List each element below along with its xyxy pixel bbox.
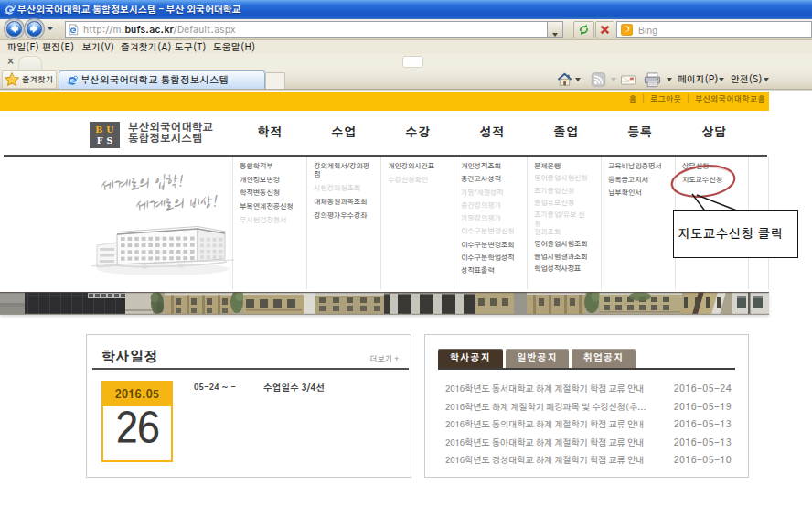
utility-bar: 홈|로그아웃|부산외국어대학교홈 — [0, 92, 769, 111]
safety-dropdown-icon[interactable] — [764, 78, 769, 81]
megamenu-item[interactable]: 중간고사성적 — [461, 176, 518, 184]
megamenu-item[interactable]: 통합학적부 — [240, 163, 296, 171]
campus-photo-strip — [0, 292, 769, 315]
megamenu-item[interactable]: 학적변동신청 — [240, 189, 296, 198]
nav-item-3[interactable]: 성적 — [456, 126, 528, 141]
print-icon[interactable] — [644, 72, 661, 88]
safety-menu[interactable]: 안전(S) — [731, 74, 763, 86]
stop-button[interactable] — [595, 21, 614, 38]
megamenu-item[interactable]: 시험강의실조회 — [314, 185, 370, 193]
nav-item-1[interactable]: 수업 — [308, 126, 379, 141]
schedule-divider — [92, 368, 409, 370]
menubar-item[interactable]: 편집(E) — [42, 42, 75, 54]
link-logout[interactable]: 로그아웃 — [650, 95, 681, 103]
notice-date: 2016-05-13 — [674, 419, 732, 431]
megamenu-item[interactable]: 강의계획서/강의평점 — [314, 163, 370, 180]
megamenu-item[interactable]: 졸업시험결과조회 — [534, 254, 591, 262]
browser-tab[interactable]: 부산외국어대학교 통합정보시스템 — [59, 70, 265, 89]
megamenu-item[interactable]: 조기졸업/유보 신청 결과조회 — [534, 211, 591, 237]
megamenu-item[interactable]: 대체동일과목조회 — [314, 199, 370, 207]
site-header: BUFS 부산외국어대학교통합정보시스템 학적 수업 수강 성적 졸업 등록 상… — [0, 111, 769, 155]
refresh-button[interactable] — [573, 21, 594, 38]
callout-text: 지도교수신청 클릭 — [678, 227, 784, 243]
notice-row[interactable]: 2016학년도 동아대학교 하계 계절학기 학점 교류 안내 2016-05-1… — [425, 435, 748, 453]
menubar-item[interactable]: 파일(F) — [7, 42, 39, 54]
bufs-logo[interactable]: BUFS — [90, 122, 120, 148]
nav-item-2[interactable]: 수강 — [382, 126, 454, 141]
notice-row[interactable]: 2016학년도 동서대학교 하계 계절학기 학점 교류 안내 2016-05-2… — [425, 381, 748, 399]
bing-icon — [621, 24, 633, 36]
page-menu[interactable]: 페이지(P) — [678, 74, 719, 86]
megamenu-item[interactable]: 개인성적조회 — [461, 163, 518, 171]
menubar-item[interactable]: 즐겨찾기(A) — [121, 42, 172, 54]
megamenu-item[interactable]: 졸업유보신청 — [534, 200, 591, 208]
megamenu-item[interactable]: 성적표출력 — [461, 267, 518, 275]
rss-dropdown-icon[interactable] — [611, 78, 616, 81]
callout-box: 지도교수신청 클릭 — [673, 210, 798, 258]
megamenu-item[interactable]: 강의평가우수강좌 — [314, 212, 370, 221]
notice-tabs-divider — [438, 368, 735, 370]
notice-row[interactable]: 2016학년도 경성대학교 하계 계절학기 학점 교류 안내 2016-05-1… — [425, 452, 748, 470]
link-home[interactable]: 홈 — [629, 95, 637, 103]
site-title[interactable]: 부산외국어대학교통합정보시스템 — [128, 123, 213, 145]
megamenu-item[interactable]: 기말/계절성적 — [461, 189, 518, 198]
link-university-home[interactable]: 부산외국어대학교홈 — [695, 95, 765, 103]
megamenu-item[interactable]: 개인강의시간표 — [388, 163, 444, 171]
search-input[interactable]: Bing — [616, 21, 812, 38]
megamenu-item[interactable]: 무시험검정원서 — [240, 217, 296, 225]
notice-title[interactable]: 2016학년도 동아대학교 하계 계절학기 학점 교류 안내 — [445, 437, 644, 448]
rss-icon[interactable] — [591, 72, 606, 87]
nav-item-5[interactable]: 등록 — [604, 126, 676, 141]
notice-tab-1[interactable]: 일반공지 — [506, 349, 569, 368]
megamenu-item[interactable]: 중간강의평가 — [461, 202, 518, 211]
megamenu-item[interactable]: 부복연계전공신청 — [240, 203, 296, 211]
recent-pages-dropdown-icon[interactable] — [48, 27, 53, 30]
megamenu-item[interactable]: 영어졸업시험신청 — [534, 175, 591, 183]
home-dropdown-icon[interactable] — [575, 78, 581, 81]
menubar-item[interactable]: 도움말(H) — [213, 42, 256, 54]
megamenu-item[interactable]: 교육비납입증명서 — [608, 163, 665, 171]
forward-button[interactable] — [27, 21, 42, 37]
close-toolbar-icon[interactable]: × — [7, 55, 14, 68]
page-dropdown-icon[interactable] — [719, 78, 724, 81]
mail-icon[interactable] — [621, 75, 636, 85]
megamenu-item[interactable]: 수강신청확인 — [388, 177, 444, 185]
nav-item-0[interactable]: 학적 — [234, 126, 305, 141]
megamenu-item[interactable]: 기말강의평가 — [461, 215, 518, 223]
notice-tab-0[interactable]: 학사공지 — [438, 349, 503, 368]
megamenu-item[interactable]: 개인정보변경 — [240, 177, 296, 185]
megamenu-item[interactable]: 이수구분변경신청 — [461, 228, 518, 236]
new-tab-button[interactable] — [265, 72, 285, 89]
megamenu-item[interactable]: 문제은행 — [534, 163, 591, 171]
notice-title[interactable]: 2016학년도 동의대학교 하계 계절학기 학점 교류 안내 — [445, 419, 644, 430]
megamenu-column: 개인성적조회 중간고사성적 기말/계절성적 중간강의평가 기말강의평가 이수구분… — [454, 163, 528, 281]
schedule-event-label: 수업일수 3/4선 — [263, 383, 325, 394]
notice-tab-2[interactable]: 취업공지 — [572, 349, 636, 368]
notice-row[interactable]: 2016학년도 하계 계절학기 폐강과목 및 수강신청(추... 2016-05… — [425, 399, 748, 417]
notice-date: 2016-05-24 — [674, 383, 732, 395]
schedule-more-link[interactable]: 더보기 + — [369, 354, 399, 364]
academic-schedule-panel: 학사일정 더보기 + 2016.05 26 05-24 ~ - 수업일수 3/4… — [86, 334, 411, 478]
print-dropdown-icon[interactable] — [667, 78, 672, 81]
ie-logo-icon — [4, 4, 16, 16]
back-button[interactable] — [6, 21, 22, 37]
megamenu-item[interactable]: 납부확인서 — [608, 189, 665, 198]
megamenu-item[interactable]: 이수구분학업성적 — [461, 254, 518, 263]
home-icon[interactable] — [556, 72, 573, 87]
menubar-item[interactable]: 도구(T) — [175, 42, 207, 54]
nav-item-4[interactable]: 졸업 — [530, 126, 602, 141]
address-input[interactable]: http://m.bufs.ac.kr/Default.aspx — [65, 21, 548, 38]
menubar-item[interactable]: 보기(V) — [82, 42, 114, 54]
nav-item-6[interactable]: 상담 — [678, 126, 750, 141]
megamenu-item[interactable]: 이수구분변경조회 — [461, 242, 518, 250]
notice-title[interactable]: 2016학년도 동서대학교 하계 계절학기 학점 교류 안내 — [445, 383, 644, 394]
megamenu-item[interactable]: 영어졸업시험조회 — [534, 241, 591, 249]
megamenu-item[interactable]: 등록금고지서 — [608, 177, 665, 185]
megamenu-item[interactable]: 학업성적사정표 — [534, 265, 591, 274]
notice-title[interactable]: 2016학년도 하계 계절학기 폐강과목 및 수강신청(추... — [445, 402, 646, 413]
notice-title[interactable]: 2016학년도 경성대학교 하계 계절학기 학점 교류 안내 — [445, 455, 644, 466]
address-dropdown-button[interactable] — [548, 21, 563, 38]
megamenu-item[interactable]: 조기졸업신청 — [534, 188, 591, 196]
notice-row[interactable]: 2016학년도 동의대학교 하계 계절학기 학점 교류 안내 2016-05-1… — [425, 416, 748, 435]
favorites-label[interactable]: 즐겨찾기 — [22, 75, 53, 85]
